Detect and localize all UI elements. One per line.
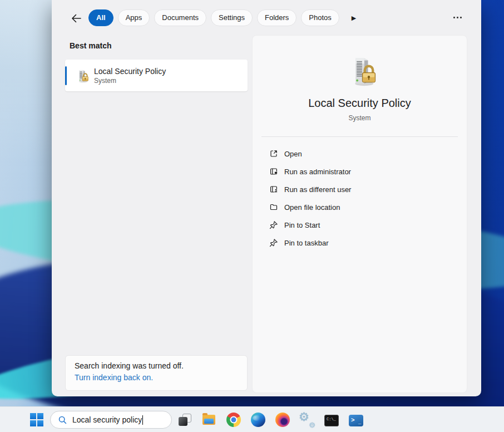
indexing-link[interactable]: Turn indexing back on. (75, 373, 238, 382)
action-label: Run as administrator (284, 168, 351, 176)
ellipsis-icon (460, 17, 462, 18)
action-run-as-administrator[interactable]: Run as administrator (253, 163, 467, 180)
section-heading: Best match (70, 41, 111, 50)
search-icon (58, 415, 67, 425)
powershell-icon: _ (358, 419, 361, 425)
task-view-icon (179, 417, 187, 426)
taskbar: Local security policy ⚙ ⚙ C:\_ > _ (0, 406, 504, 432)
windows-logo-icon (37, 420, 43, 426)
back-button[interactable] (71, 13, 82, 23)
selection-accent-bar (65, 66, 67, 85)
indexing-notice: Search indexing was turned off. Turn ind… (65, 355, 248, 391)
more-options-button[interactable] (453, 17, 462, 18)
run-as-administrator-icon (269, 167, 278, 176)
action-label: Open (284, 150, 302, 158)
indexing-message: Search indexing was turned off. (75, 361, 238, 370)
taskbar-search-input[interactable]: Local security policy (50, 411, 172, 429)
tab-settings[interactable]: Settings (211, 9, 253, 26)
action-pin-to-taskbar[interactable]: Pin to taskbar (253, 234, 467, 252)
action-label: Open file location (284, 203, 340, 212)
result-text: Local Security Policy System (94, 67, 166, 85)
search-flyout-panel: All Apps Documents Settings Folders Phot… (52, 0, 481, 396)
result-title: Local Security Policy (94, 67, 166, 76)
taskbar-app-icons: ⚙ ⚙ C:\_ > _ (177, 407, 363, 432)
file-explorer-icon (204, 419, 214, 424)
action-run-as-different-user[interactable]: Run as different user (253, 180, 467, 198)
tab-all[interactable]: All (88, 9, 113, 26)
preview-title: Local Security Policy (308, 97, 411, 110)
action-open[interactable]: Open (253, 145, 467, 163)
action-label: Run as different user (284, 185, 351, 194)
preview-card: Local Security Policy System Open (252, 35, 467, 393)
search-filter-tabs: All Apps Documents Settings Folders Phot… (88, 9, 356, 26)
action-list: Open Run as administrator (253, 145, 467, 252)
powershell-icon: > (351, 416, 354, 423)
divider (261, 136, 458, 137)
folder-icon (269, 203, 278, 212)
edge-button[interactable] (251, 413, 265, 427)
arrow-left-icon (71, 13, 82, 23)
pin-icon (269, 220, 278, 229)
action-pin-to-start[interactable]: Pin to Start (253, 216, 467, 234)
task-view-button[interactable] (177, 413, 192, 427)
chrome-button[interactable] (226, 413, 241, 427)
search-query-text: Local security policy (72, 415, 142, 424)
pin-icon (269, 238, 278, 247)
security-policy-icon (343, 53, 377, 88)
command-prompt-button[interactable]: C:\_ (324, 415, 339, 426)
tab-folders[interactable]: Folders (257, 9, 297, 26)
run-as-different-user-icon (269, 185, 278, 194)
tab-apps[interactable]: Apps (118, 9, 150, 26)
text-cursor (142, 415, 143, 425)
windows-logo-icon (30, 420, 36, 426)
tab-documents[interactable]: Documents (154, 9, 206, 26)
gear-icon: ⚙ (309, 421, 315, 429)
result-subtitle: System (94, 77, 166, 85)
command-prompt-icon: C:\_ (327, 417, 336, 421)
action-label: Pin to Start (284, 221, 320, 229)
start-button[interactable] (30, 413, 43, 426)
security-policy-icon (73, 68, 89, 84)
open-external-icon (269, 149, 278, 158)
action-label: Pin to taskbar (284, 239, 329, 247)
tab-photos[interactable]: Photos (301, 9, 339, 26)
best-match-result[interactable]: Local Security Policy System (65, 60, 248, 91)
gear-icon: ⚙ (299, 410, 309, 424)
preview-subtitle: System (348, 114, 370, 122)
windows-logo-icon (37, 413, 43, 419)
system-config-button[interactable]: ⚙ ⚙ (300, 413, 314, 427)
ellipsis-icon (457, 17, 458, 18)
windows-logo-icon (30, 413, 36, 419)
ellipsis-icon (453, 17, 455, 18)
file-explorer-button[interactable] (202, 413, 216, 427)
tabs-overflow-arrow-icon[interactable]: ▶ (352, 14, 356, 22)
powershell-button[interactable]: > _ (349, 415, 363, 426)
firefox-button[interactable] (275, 413, 290, 427)
action-open-file-location[interactable]: Open file location (253, 198, 467, 216)
